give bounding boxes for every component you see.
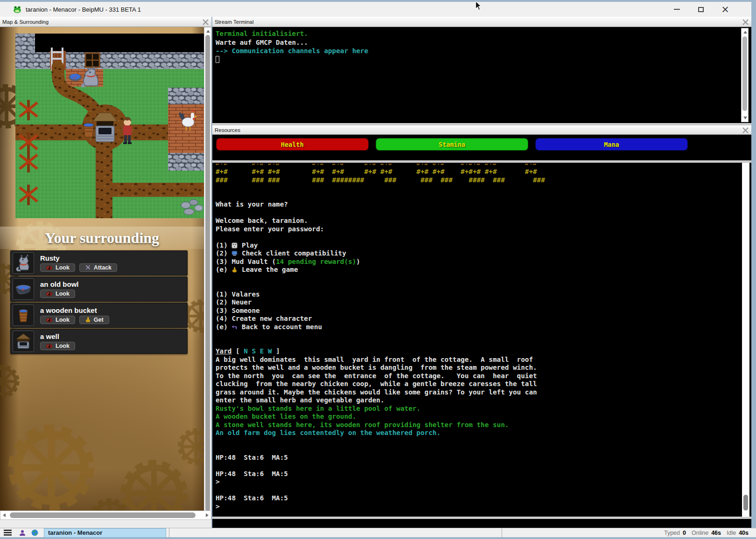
surrounding-card-a-wooden-bucket: a wooden bucketLookGet [10,303,188,328]
action-label: Look [56,290,70,297]
terminal-line [216,331,751,339]
terminal-line: #+# #+# #+# #+# #+# #+# #+# #+# #+# #+#+… [216,164,751,168]
resources-titlebar: Resources [212,125,751,135]
minimize-icon [674,9,680,10]
session-tab[interactable]: taranion - Menacor [44,528,166,538]
main-scrollbar-thumb[interactable] [743,495,748,511]
close-button[interactable]: × [713,2,737,17]
terminal-line [216,437,751,446]
window-title: taranion - Menacor - BeipMU - 331 BETA 1 [26,6,141,13]
mana-bar: Mana [535,138,688,151]
map-panel-close-icon[interactable] [203,19,209,25]
health-bar-label: Health [281,141,304,148]
minimize-button[interactable] [665,2,689,17]
mana-bar-label: Mana [604,141,619,148]
terminal-line: (e) Back to account menu [216,323,751,332]
terminal-line: Yard [ N S E W ] [216,347,751,356]
online-label: Online [692,530,708,536]
terminal-line: (2) Check client compatibility [216,249,751,258]
map-hscrollbar-thumb[interactable] [10,512,196,518]
bucket-sprite [84,123,94,137]
terminal-line [216,233,751,242]
hand-icon [231,266,238,273]
dice-icon [231,242,238,249]
action-label: Look [56,317,70,323]
terminal-line [216,184,751,193]
terminal-line: HP:48 Sta:6 MA:5 [216,470,751,478]
stream-scrollbar[interactable] [741,28,749,122]
well-sprite [93,113,117,142]
stream-terminal-titlebar: Stream Terminal [212,17,751,27]
swords-icon [85,264,91,271]
map-vertical-scrollbar[interactable] [204,27,211,520]
look-button[interactable]: Look [40,342,75,350]
wolf-icon [13,252,34,274]
scroll-down-icon[interactable] [743,117,747,119]
terminal-line: Terminal initialisiert. [216,29,751,38]
scroll-up-icon[interactable] [743,31,747,34]
eye-icon [46,343,53,349]
idle-label: Idle [727,530,736,536]
menu-icon[interactable] [4,530,12,536]
terminal-line: A wooden bucket lies on the ground. [216,413,751,421]
eye-icon [46,317,53,323]
terminal-line: (e) Leave the game [216,266,751,274]
stream-terminal-output: Terminal initialisiert.Warte auf GMCP Da… [212,27,751,123]
terminal-line: --> Communication channels appear here [216,47,751,55]
map-horizontal-scrollbar[interactable] [0,511,211,520]
terminal-line: (1) Valares [216,290,751,299]
terminal-line: To the north you can see the entrance of… [216,372,751,380]
resources-close-icon[interactable] [742,127,749,133]
main-terminal-scrollbar[interactable] [742,163,749,517]
eye-icon [46,264,53,271]
terminal-line: HP:48 Sta:6 MA:5 [216,494,751,503]
user-icon[interactable] [19,530,26,536]
map-scrollbar-thumb[interactable] [205,35,210,511]
attack-button[interactable]: Attack [79,263,117,272]
terminal-line: > [216,478,751,486]
scroll-up-icon[interactable] [206,30,210,33]
surrounding-heading: Your surrounding [45,229,159,247]
health-bar: Health [216,138,369,151]
stream-terminal-close-icon[interactable] [742,19,749,25]
terminal-line: Warte auf GMCP Daten... [216,38,751,47]
terminal-line: Welcome back, taranion. [216,217,751,225]
look-button[interactable]: Look [40,290,75,298]
map-canvas[interactable] [15,29,204,218]
get-button[interactable]: Get [79,316,109,324]
scroll-left-icon[interactable] [3,513,6,517]
terminal-line: A stone well stands here, its wooden roo… [216,421,751,429]
command-input[interactable] [212,519,751,528]
terminal-line: An old farm dog lies contentedly on the … [216,429,751,437]
terminal-line [216,462,751,470]
terminal-line: grass around it. Maybe the chickens woul… [216,388,751,397]
resources-title: Resources [215,127,240,133]
scroll-right-icon[interactable] [206,513,209,517]
globe-icon[interactable] [31,529,38,536]
typed-value: 0 [683,530,686,536]
mouse-cursor-icon [475,1,482,13]
action-label: Look [56,264,70,271]
entity-name: a wooden bucket [40,306,109,314]
map-panel-titlebar: Map & Surrounding [0,17,211,27]
hand-icon [85,317,91,323]
action-label: Attack [94,264,112,271]
resource-bars: HealthStaminaMana [212,135,751,160]
terminal-cursor [216,56,219,63]
stream-scrollbar-thumb[interactable] [742,36,747,111]
terminal-line: > [216,503,751,511]
terminal-line: HP:48 Sta:6 MA:5 [216,454,751,462]
action-label: Look [56,343,70,349]
surrounding-banner: Your surrounding [0,227,204,249]
entity-name: a well [40,332,75,340]
surrounding-card-rusty: RustyLookAttack [10,250,188,276]
typed-label: Typed [664,530,680,536]
look-button[interactable]: Look [40,263,75,272]
left-panel-footer [0,520,211,528]
terminal-line: A big well dominates this small yard in … [216,356,751,364]
window-titlebar: taranion - Menacor - BeipMU - 331 BETA 1… [0,2,751,17]
terminal-line [216,193,751,201]
look-button[interactable]: Look [40,316,75,324]
maximize-button[interactable] [689,2,713,17]
terminal-line: (4) Create new character [216,315,751,323]
